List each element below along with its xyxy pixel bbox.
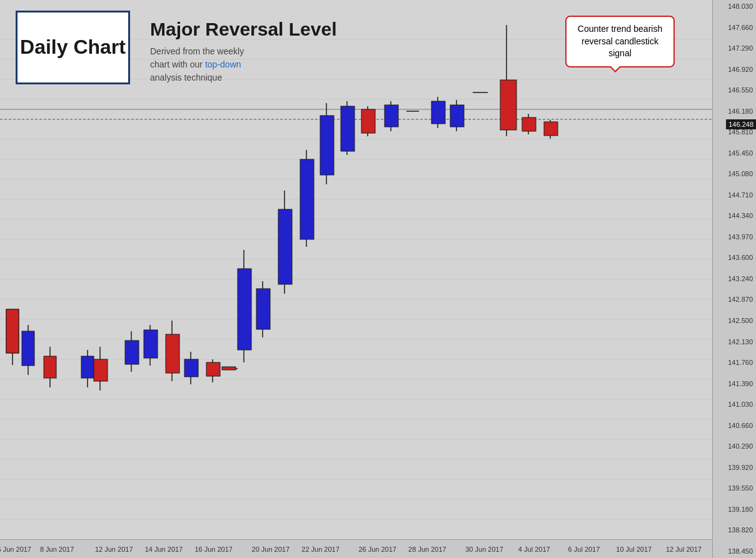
svg-rect-54 <box>256 289 270 329</box>
price-label-22: 139.920 <box>713 464 756 471</box>
svg-rect-64 <box>361 109 375 133</box>
x-label-3: 14 Jun 2017 <box>145 546 183 553</box>
svg-rect-62 <box>341 106 355 151</box>
x-label-0: 5 Jun 2017 <box>0 546 31 553</box>
price-label-8: 145.080 <box>713 171 756 177</box>
subtitle-text1: Derived from the weekly <box>150 46 244 56</box>
price-label-2: 147.290 <box>713 45 756 52</box>
x-label-8: 28 Jun 2017 <box>408 546 446 553</box>
svg-rect-48 <box>206 362 220 376</box>
price-label-5: 146.180 <box>713 108 756 115</box>
svg-rect-32 <box>22 331 34 366</box>
price-label-20: 140.660 <box>713 422 756 429</box>
x-label-2: 12 Jun 2017 <box>95 546 133 553</box>
major-reversal-header: Major Reversal Level Derived from the we… <box>150 19 337 84</box>
subtitle-highlight: top-down <box>205 59 241 69</box>
price-label-23: 139.550 <box>713 485 756 492</box>
x-label-12: 10 Jul 2017 <box>616 546 652 553</box>
x-label-1: 8 Jun 2017 <box>40 546 74 553</box>
price-label-14: 142.870 <box>713 296 756 303</box>
svg-rect-56 <box>278 209 292 284</box>
price-label-24: 139.180 <box>713 506 756 513</box>
svg-rect-34 <box>44 356 56 378</box>
price-label-0: 148.030 <box>713 3 756 10</box>
price-label-26: 138.450 <box>713 548 756 555</box>
x-label-5: 20 Jun 2017 <box>252 546 290 553</box>
svg-rect-76 <box>522 117 536 131</box>
major-reversal-subtitle: Derived from the weekly chart with our t… <box>150 45 337 84</box>
svg-rect-58 <box>300 159 314 239</box>
svg-rect-46 <box>184 359 198 377</box>
x-label-6: 22 Jun 2017 <box>301 546 340 553</box>
price-label-15: 142.500 <box>713 317 756 324</box>
price-label-9: 144.710 <box>713 192 756 199</box>
x-label-9: 30 Jun 2017 <box>465 546 503 553</box>
x-label-11: 6 Jul 2017 <box>568 546 600 553</box>
svg-rect-66 <box>385 105 398 127</box>
svg-rect-36 <box>81 356 94 378</box>
price-label-17: 141.760 <box>713 359 756 366</box>
price-label-19: 141.030 <box>713 401 756 408</box>
subtitle-text3: analysis technique <box>150 72 222 82</box>
x-label-4: 16 Jun 2017 <box>194 546 233 553</box>
svg-rect-78 <box>544 122 558 136</box>
daily-chart-title: Daily Chart <box>20 36 126 58</box>
svg-rect-60 <box>320 116 334 175</box>
x-label-7: 26 Jun 2017 <box>358 546 396 553</box>
x-label-13: 12 Jul 2017 <box>666 546 702 553</box>
price-label-6: 145.810 <box>713 129 756 136</box>
svg-rect-30 <box>6 309 19 353</box>
price-label-3: 146.920 <box>713 66 756 73</box>
price-label-13: 143.240 <box>713 276 756 282</box>
current-price-badge: 146.248 <box>726 119 756 129</box>
subtitle-text2: chart with our <box>150 59 205 69</box>
price-label-10: 144.340 <box>713 212 756 219</box>
price-label-25: 138.820 <box>713 527 756 534</box>
price-label-18: 141.390 <box>713 381 756 387</box>
price-axis: 148.030 147.660 147.290 146.920 146.550 … <box>712 0 756 558</box>
x-axis: 5 Jun 2017 8 Jun 2017 12 Jun 2017 14 Jun… <box>0 539 712 558</box>
price-label-4: 146.550 <box>713 87 756 94</box>
svg-rect-71 <box>450 105 464 127</box>
daily-chart-box: Daily Chart <box>16 11 130 84</box>
svg-rect-69 <box>431 101 445 124</box>
price-label-12: 143.600 <box>713 254 756 261</box>
callout-bubble: Counter trend bearish reversal candlesti… <box>565 16 675 67</box>
price-label-11: 143.970 <box>713 234 756 241</box>
svg-rect-40 <box>125 341 139 364</box>
price-label-7: 145.450 <box>713 150 756 157</box>
svg-rect-74 <box>500 80 517 130</box>
svg-rect-38 <box>94 359 108 381</box>
callout-text: Counter trend bearish reversal candlesti… <box>578 24 662 58</box>
svg-rect-52 <box>238 269 251 350</box>
x-label-10: 4 Jul 2017 <box>518 546 550 553</box>
current-price-value: 146.248 <box>728 121 753 128</box>
svg-rect-42 <box>144 330 158 358</box>
major-reversal-title: Major Reversal Level <box>150 19 337 40</box>
price-label-1: 147.660 <box>713 24 756 31</box>
price-label-21: 140.290 <box>713 443 756 450</box>
chart-container: Daily Chart Major Reversal Level Derived… <box>0 0 756 558</box>
svg-rect-44 <box>166 334 179 373</box>
price-label-16: 142.130 <box>713 339 756 346</box>
svg-rect-50 <box>222 367 236 370</box>
